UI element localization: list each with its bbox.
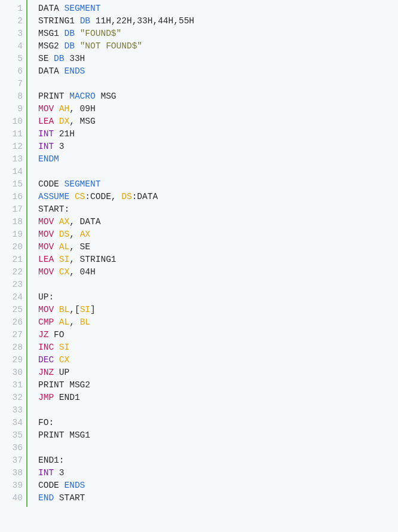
code-token: DX <box>59 117 69 126</box>
code-token: SI <box>59 343 69 352</box>
code-token: SEGMENT <box>65 4 101 13</box>
line-number: 14 <box>0 166 23 178</box>
code-token <box>69 192 75 201</box>
line-number: 19 <box>0 228 23 241</box>
code-token <box>54 267 59 277</box>
code-token <box>54 217 59 227</box>
code-token: MOV <box>38 104 54 114</box>
code-line <box>38 166 398 178</box>
code-token <box>54 317 59 327</box>
code-token: AH <box>59 104 69 114</box>
code-token: CODE <box>38 481 65 490</box>
code-line: DEC CX <box>38 354 398 366</box>
code-token: JNZ <box>38 368 54 377</box>
code-token: DB <box>65 41 75 51</box>
code-token: SE <box>38 54 54 63</box>
code-token <box>75 41 80 51</box>
code-line: PRINT MACRO MSG <box>38 90 398 103</box>
code-area: DATA SEGMENTSTRING1 DB 11H,22H,33H,44H,5… <box>27 0 398 507</box>
code-line: PRINT MSG1 <box>38 429 398 442</box>
line-number: 26 <box>0 316 23 329</box>
code-token: :DATA <box>132 192 158 201</box>
line-number: 9 <box>0 103 23 115</box>
code-line: MOV BL,[SI] <box>38 304 398 316</box>
code-token: ,[ <box>69 305 79 314</box>
line-number: 13 <box>0 153 23 166</box>
code-token: INC <box>38 343 54 352</box>
line-number: 27 <box>0 329 23 341</box>
code-token: AL <box>59 242 69 252</box>
code-line: UP: <box>38 291 398 304</box>
code-token: , 09H <box>69 104 96 114</box>
code-line: INT 21H <box>38 128 398 140</box>
code-token <box>54 117 59 126</box>
code-token: DB <box>80 16 90 26</box>
line-number: 24 <box>0 291 23 304</box>
code-token: LEA <box>38 255 54 264</box>
code-token: AX <box>59 217 69 227</box>
line-number: 25 <box>0 304 23 316</box>
code-token: AL <box>59 317 69 327</box>
code-token: FO: <box>38 418 54 427</box>
code-token: START: <box>38 204 69 214</box>
code-token: 3 <box>54 468 64 478</box>
code-token: , <box>69 230 79 239</box>
code-token: CMP <box>38 317 54 327</box>
code-token: ASSUME <box>38 192 69 201</box>
code-token: END <box>38 493 54 503</box>
line-number: 34 <box>0 417 23 429</box>
code-line <box>38 404 398 417</box>
line-number: 33 <box>0 404 23 417</box>
code-line: END START <box>38 492 398 505</box>
code-token: CS <box>75 192 85 201</box>
line-number: 29 <box>0 354 23 366</box>
code-token: BL <box>80 317 90 327</box>
code-token: ENDS <box>65 481 85 490</box>
code-line <box>38 78 398 90</box>
code-token: CX <box>59 355 69 365</box>
code-line: LEA DX, MSG <box>38 115 398 128</box>
code-line: MOV AX, DATA <box>38 216 398 228</box>
code-token: DB <box>54 54 64 63</box>
code-token: 11H,22H,33H,44H,55H <box>90 16 194 26</box>
line-number: 36 <box>0 442 23 454</box>
line-number: 4 <box>0 40 23 53</box>
line-number: 37 <box>0 454 23 467</box>
code-line: CODE ENDS <box>38 479 398 492</box>
code-token: PRINT MSG2 <box>38 380 90 390</box>
line-number: 21 <box>0 253 23 266</box>
code-line: MOV CX, 04H <box>38 266 398 279</box>
line-number: 17 <box>0 203 23 216</box>
code-token <box>54 255 59 264</box>
code-token: :CODE, <box>85 192 121 201</box>
code-token: BL <box>59 305 69 314</box>
code-line: MOV AL, SE <box>38 241 398 253</box>
code-line: MSG1 DB "FOUND$" <box>38 27 398 40</box>
code-token: SEGMENT <box>65 179 101 189</box>
code-line: INT 3 <box>38 467 398 479</box>
line-number: 8 <box>0 90 23 103</box>
code-line: MSG2 DB "NOT FOUND$" <box>38 40 398 53</box>
code-token: DATA <box>38 4 65 13</box>
line-number: 2 <box>0 15 23 27</box>
code-line: SE DB 33H <box>38 53 398 65</box>
code-token: MOV <box>38 267 54 277</box>
code-token: MSG2 <box>38 41 65 51</box>
code-token: INT <box>38 129 54 139</box>
code-token: 33H <box>65 54 85 63</box>
line-number: 23 <box>0 279 23 291</box>
line-number: 22 <box>0 266 23 279</box>
code-token <box>54 343 59 352</box>
code-token: MSG <box>96 91 117 101</box>
line-number: 39 <box>0 479 23 492</box>
code-token: INT <box>38 142 54 151</box>
code-token: MOV <box>38 230 54 239</box>
code-token: , <box>69 317 79 327</box>
code-token <box>54 230 59 239</box>
code-line <box>38 442 398 454</box>
code-token: "NOT FOUND$" <box>80 41 142 51</box>
code-token: DB <box>65 29 75 38</box>
code-line: CODE SEGMENT <box>38 178 398 191</box>
line-number: 6 <box>0 65 23 78</box>
code-line: PRINT MSG2 <box>38 379 398 392</box>
